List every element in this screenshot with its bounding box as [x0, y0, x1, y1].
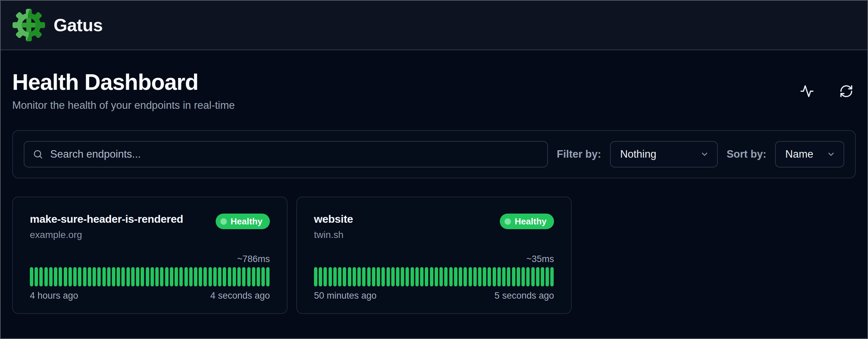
uptime-bar[interactable] [44, 267, 48, 286]
uptime-bar[interactable] [59, 267, 62, 286]
uptime-bar[interactable] [463, 267, 467, 286]
uptime-bar[interactable] [449, 267, 453, 286]
uptime-bar[interactable] [372, 267, 375, 286]
uptime-bar[interactable] [483, 267, 486, 286]
endpoint-card[interactable]: website twin.sh Healthy ~35ms 50 minutes… [296, 197, 572, 314]
uptime-bar[interactable] [473, 267, 477, 286]
uptime-bar[interactable] [184, 267, 188, 286]
uptime-bar[interactable] [391, 267, 395, 286]
uptime-bar[interactable] [488, 267, 491, 286]
uptime-bar[interactable] [209, 267, 212, 286]
uptime-bar[interactable] [430, 267, 433, 286]
uptime-bar[interactable] [454, 267, 457, 286]
uptime-bar[interactable] [353, 267, 356, 286]
uptime-bar[interactable] [314, 267, 317, 286]
uptime-bar[interactable] [121, 267, 125, 286]
uptime-bar[interactable] [266, 267, 270, 286]
uptime-bar[interactable] [175, 267, 178, 286]
uptime-bar[interactable] [73, 267, 77, 286]
uptime-bar[interactable] [257, 267, 260, 286]
uptime-bar[interactable] [160, 267, 163, 286]
uptime-bar[interactable] [425, 267, 428, 286]
uptime-bar[interactable] [97, 267, 101, 286]
uptime-bar[interactable] [420, 267, 423, 286]
filter-select[interactable]: Nothing [610, 141, 718, 167]
uptime-bar[interactable] [406, 267, 409, 286]
uptime-bar[interactable] [78, 267, 81, 286]
uptime-bar[interactable] [247, 267, 251, 286]
uptime-bar[interactable] [228, 267, 231, 286]
uptime-bar[interactable] [541, 267, 544, 286]
uptime-bar[interactable] [497, 267, 501, 286]
uptime-bar[interactable] [415, 267, 419, 286]
uptime-bar[interactable] [165, 267, 169, 286]
search-input[interactable] [50, 148, 539, 160]
uptime-bar[interactable] [146, 267, 149, 286]
uptime-bar[interactable] [435, 267, 438, 286]
uptime-bar[interactable] [170, 267, 173, 286]
uptime-bar[interactable] [131, 267, 135, 286]
uptime-bar[interactable] [348, 267, 351, 286]
uptime-bar[interactable] [507, 267, 510, 286]
activity-toggle-button[interactable] [800, 84, 814, 99]
uptime-bar[interactable] [319, 267, 322, 286]
uptime-bar[interactable] [199, 267, 202, 286]
uptime-bar[interactable] [83, 267, 86, 286]
uptime-bar[interactable] [102, 267, 106, 286]
uptime-bar[interactable] [261, 267, 265, 286]
sort-select[interactable]: Name [775, 141, 844, 167]
uptime-bar[interactable] [93, 267, 96, 286]
refresh-button[interactable] [839, 84, 854, 99]
endpoint-card[interactable]: make-sure-header-is-rendered example.org… [12, 197, 288, 314]
uptime-bar[interactable] [338, 267, 341, 286]
uptime-bar[interactable] [478, 267, 481, 286]
uptime-bar[interactable] [136, 267, 139, 286]
uptime-bar[interactable] [517, 267, 520, 286]
uptime-bar[interactable] [126, 267, 130, 286]
uptime-bar[interactable] [242, 267, 245, 286]
uptime-bar[interactable] [396, 267, 399, 286]
uptime-bar[interactable] [546, 267, 549, 286]
uptime-bar[interactable] [35, 267, 38, 286]
uptime-bar[interactable] [49, 267, 53, 286]
uptime-bar[interactable] [88, 267, 91, 286]
uptime-bar[interactable] [54, 267, 57, 286]
uptime-bar[interactable] [387, 267, 390, 286]
uptime-bar[interactable] [469, 267, 472, 286]
uptime-bar[interactable] [493, 267, 496, 286]
uptime-bar[interactable] [223, 267, 226, 286]
uptime-bar[interactable] [362, 267, 366, 286]
uptime-bar[interactable] [39, 267, 43, 286]
uptime-bar[interactable] [502, 267, 506, 286]
uptime-bar[interactable] [107, 267, 111, 286]
uptime-bar[interactable] [459, 267, 462, 286]
uptime-bar[interactable] [194, 267, 197, 286]
uptime-bar[interactable] [333, 267, 337, 286]
uptime-bar[interactable] [213, 267, 217, 286]
uptime-bar[interactable] [252, 267, 255, 286]
uptime-bar[interactable] [512, 267, 515, 286]
uptime-bar[interactable] [117, 267, 120, 286]
uptime-bar[interactable] [357, 267, 361, 286]
uptime-bar[interactable] [141, 267, 144, 286]
uptime-bar[interactable] [112, 267, 115, 286]
uptime-bar[interactable] [323, 267, 327, 286]
uptime-bar[interactable] [444, 267, 448, 286]
uptime-bar[interactable] [329, 267, 332, 286]
uptime-bar[interactable] [401, 267, 404, 286]
uptime-bar[interactable] [218, 267, 221, 286]
uptime-bar[interactable] [439, 267, 443, 286]
uptime-bar[interactable] [550, 267, 554, 286]
uptime-bar[interactable] [179, 267, 183, 286]
uptime-bar[interactable] [68, 267, 72, 286]
uptime-bar[interactable] [343, 267, 346, 286]
uptime-bar[interactable] [531, 267, 535, 286]
uptime-bar[interactable] [237, 267, 241, 286]
uptime-bar[interactable] [151, 267, 154, 286]
uptime-bar[interactable] [411, 267, 414, 286]
uptime-bar[interactable] [526, 267, 530, 286]
uptime-bar[interactable] [155, 267, 159, 286]
uptime-bar[interactable] [367, 267, 371, 286]
uptime-bar[interactable] [64, 267, 67, 286]
uptime-bar[interactable] [377, 267, 380, 286]
